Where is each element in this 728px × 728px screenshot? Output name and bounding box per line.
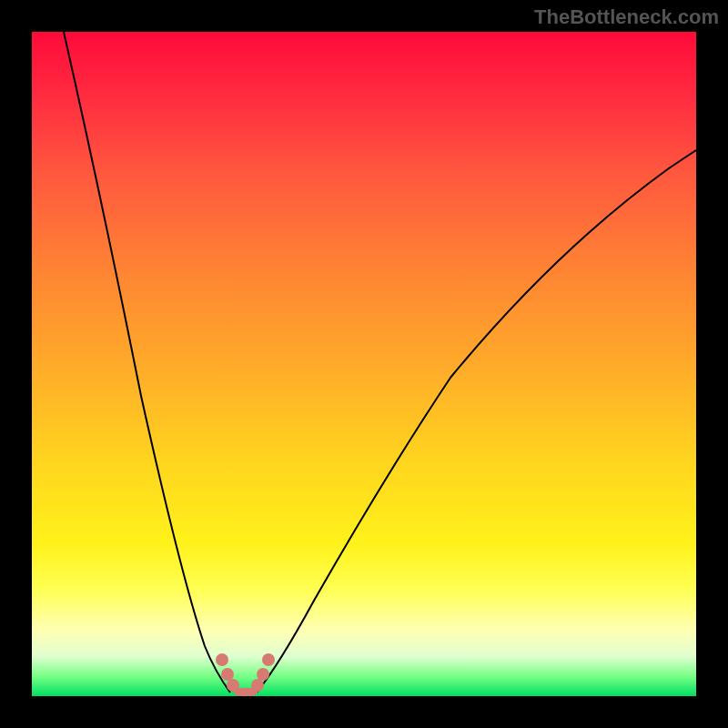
curve-left-branch [64,32,230,693]
attribution-text: TheBottleneck.com [534,5,719,29]
valley-bump-left-1 [216,653,228,666]
curve-layer [32,32,696,696]
valley-base [232,688,259,696]
chart-plot-area [32,32,696,696]
valley-bump-right-3 [262,653,275,666]
curve-right-branch [257,150,696,693]
